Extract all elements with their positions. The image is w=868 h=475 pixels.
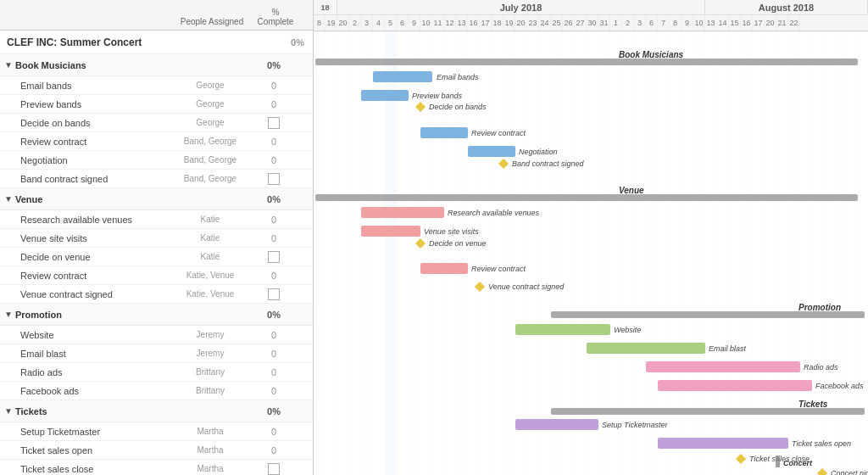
svg-text:Website: Website	[614, 326, 641, 334]
svg-rect-16	[315, 194, 858, 201]
task-people: Band, George	[168, 174, 253, 183]
task-people: George	[168, 99, 253, 109]
task-name: Ticket sales close	[14, 464, 168, 474]
task-name: Preview bands	[14, 99, 168, 109]
task-people: Katie, Venue	[168, 289, 253, 299]
checkbox[interactable]	[268, 117, 280, 129]
task-pct: 0	[253, 445, 295, 455]
task-pct: 0	[253, 155, 295, 165]
group-name: Promotion	[14, 310, 168, 320]
task-people: Katie, Venue	[168, 271, 253, 280]
task-pct	[253, 250, 295, 262]
task-row: Setup Ticketmaster Martha 0	[0, 422, 313, 441]
task-pct	[253, 172, 295, 184]
svg-text:Concert night: Concert night	[831, 469, 868, 475]
task-pct	[253, 116, 295, 128]
group-row-tickets[interactable]: ▼ Tickets 0%	[0, 400, 313, 422]
task-name: Radio ads	[14, 367, 168, 377]
task-people: Martha	[168, 464, 253, 473]
people-col-header: People Assigned	[170, 17, 254, 26]
task-row: Negotiation Band, George 0	[0, 151, 313, 170]
group-pct: 0%	[253, 406, 295, 416]
task-name: Decide on venue	[14, 252, 168, 262]
checkbox[interactable]	[268, 251, 280, 263]
task-row: Email bands George 0	[0, 76, 313, 95]
task-name: Facebook ads	[14, 386, 168, 396]
svg-rect-10	[420, 127, 468, 138]
task-name: Review contract	[14, 137, 168, 147]
task-pct: 0	[253, 215, 295, 225]
checkbox[interactable]	[268, 463, 280, 475]
task-pct	[253, 288, 295, 299]
task-pct: 0	[253, 137, 295, 147]
group-name: Venue	[14, 194, 168, 204]
group-row-venue[interactable]: ▼ Venue 0%	[0, 188, 313, 210]
svg-text:Venue site visits: Venue site visits	[424, 227, 479, 236]
task-people: Martha	[168, 445, 253, 455]
task-row: Ticket sales open Martha 0	[0, 441, 313, 460]
task-pct: 0	[253, 81, 295, 91]
gantt-panel[interactable]: 18 July 2018 August 2018 8 19 20 2 3 4 5…	[314, 0, 868, 475]
svg-text:Review contract: Review contract	[471, 265, 526, 273]
task-people: Band, George	[168, 137, 253, 146]
checkbox[interactable]	[268, 173, 280, 185]
group-row-promotion[interactable]: ▼ Promotion 0%	[0, 304, 313, 326]
svg-text:Setup Ticketmaster: Setup Ticketmaster	[602, 421, 668, 429]
task-pct: 0	[253, 367, 295, 377]
svg-text:Email blast: Email blast	[709, 344, 747, 353]
section-label: Book Musicians	[619, 50, 684, 59]
task-pct	[253, 462, 295, 474]
svg-text:Preview bands: Preview bands	[412, 92, 463, 100]
svg-text:Facebook ads: Facebook ads	[815, 382, 864, 390]
month-cell: August 2018	[705, 0, 868, 14]
arrow-icon: ▼	[0, 60, 14, 70]
group-pct: 0%	[253, 194, 295, 204]
svg-rect-30	[515, 324, 610, 335]
task-people: Katie	[168, 233, 253, 243]
svg-rect-49	[776, 455, 780, 467]
checkbox[interactable]	[268, 288, 280, 300]
task-row: Review contract Band, George 0	[0, 132, 313, 151]
task-people: Band, George	[168, 155, 253, 165]
task-pct: 0	[253, 330, 295, 340]
task-pct: 0	[253, 386, 295, 396]
task-row: Facebook ads Brittany 0	[0, 382, 313, 400]
task-people: Brittany	[168, 367, 253, 377]
svg-rect-32	[587, 343, 705, 354]
task-row: Ticket sales close Martha	[0, 460, 313, 475]
task-people: Jeremy	[168, 349, 253, 358]
month-row: 18 July 2018 August 2018	[314, 0, 868, 15]
task-pct: 0	[253, 349, 295, 359]
svg-rect-38	[551, 408, 865, 415]
task-people: Katie	[168, 252, 253, 261]
task-people: Brittany	[168, 386, 253, 395]
gantt-wrapper: 18 July 2018 August 2018 8 19 20 2 3 4 5…	[314, 0, 868, 475]
svg-text:Tickets: Tickets	[798, 400, 828, 409]
task-name: Email bands	[14, 81, 168, 91]
group-name: Tickets	[14, 406, 168, 416]
svg-text:Ticket sales open: Ticket sales open	[792, 439, 851, 448]
svg-text:Research available venues: Research available venues	[448, 209, 540, 217]
svg-rect-4	[373, 71, 432, 82]
task-name: Website	[14, 330, 168, 340]
arrow-icon: ▼	[0, 310, 14, 319]
svg-rect-36	[658, 380, 812, 391]
gantt-chart: Book Musicians Email bands Preview bands…	[314, 31, 868, 475]
svg-rect-28	[551, 311, 865, 318]
task-pct: 0	[253, 271, 295, 281]
task-pct: 0	[253, 233, 295, 243]
group-pct: 0%	[253, 60, 295, 70]
svg-rect-24	[420, 263, 468, 274]
svg-text:Venue: Venue	[619, 186, 644, 195]
task-name: Setup Ticketmaster	[14, 427, 168, 437]
svg-text:Venue contract signed: Venue contract signed	[488, 282, 565, 291]
task-pct: 0	[253, 99, 295, 109]
task-name: Review contract	[14, 271, 168, 281]
task-name: Ticket sales open	[14, 445, 168, 455]
svg-rect-6	[361, 90, 409, 101]
svg-text:Radio ads: Radio ads	[804, 363, 838, 372]
task-people: George	[168, 81, 253, 90]
task-name: Venue site visits	[14, 233, 168, 243]
group-row-book-musicians[interactable]: ▼ Book Musicians 0%	[0, 54, 313, 76]
svg-rect-42	[658, 438, 788, 449]
